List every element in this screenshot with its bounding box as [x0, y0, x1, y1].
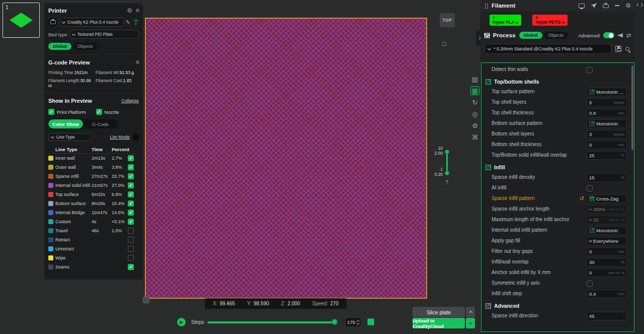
line-type-dropdown[interactable]: Line Type — [48, 133, 93, 141]
edit-printer-icon[interactable]: ✎ — [126, 19, 130, 26]
gcode-collapse-icon[interactable] — [136, 61, 139, 64]
slice-collapse-icon[interactable] — [466, 307, 475, 317]
upload-crealitycloud-button[interactable]: Upload to CrealityCloud — [413, 318, 465, 328]
swap-panels-icon[interactable] — [637, 4, 642, 334]
printer-gear-icon[interactable]: ⚙ — [127, 8, 132, 14]
bed-type-dropdown[interactable]: Textured PEI Plate — [69, 30, 139, 39]
line-visibility-checkbox[interactable] — [128, 228, 134, 234]
cube-icon[interactable] — [367, 318, 374, 325]
setting-input[interactable]: 15% — [587, 173, 627, 182]
line-visibility-checkbox[interactable] — [128, 182, 134, 188]
steps-spinner[interactable] — [357, 320, 359, 324]
line-visibility-checkbox[interactable] — [128, 191, 134, 197]
lite-mode-toggle[interactable] — [133, 134, 139, 140]
steps-slider-track[interactable] — [207, 321, 334, 323]
advanced-toggle[interactable] — [603, 32, 614, 38]
layer-slider-bottom-handle[interactable] — [445, 171, 449, 175]
setting-dropdown[interactable]: 400%mm or % — [587, 205, 627, 214]
save-preset-icon[interactable] — [615, 46, 621, 52]
collapse-link[interactable]: Collapse — [121, 98, 139, 103]
send-icon[interactable] — [591, 3, 597, 8]
setting-input[interactable]: 45° — [587, 312, 627, 320]
compare-icon[interactable]: ⇄ — [626, 33, 631, 38]
rotate-view-icon[interactable]: ↻ — [470, 98, 479, 107]
line-visibility-checkbox[interactable] — [128, 155, 134, 161]
line-visibility-checkbox[interactable] — [128, 173, 134, 179]
line-visibility-checkbox[interactable] — [128, 210, 134, 216]
steps-slider-handle[interactable] — [332, 319, 338, 325]
setting-checkbox[interactable] — [587, 185, 593, 191]
play-button[interactable]: ▶ — [177, 318, 186, 326]
layer-slider-track[interactable] — [446, 152, 448, 171]
device-icon[interactable] — [579, 4, 585, 8]
line-visibility-checkbox[interactable] — [128, 164, 134, 170]
setting-input[interactable]: 0.8mm — [587, 109, 627, 117]
wifi-icon[interactable] — [132, 20, 139, 25]
setting-input[interactable]: 0mm — [587, 247, 627, 256]
filament-2-chip[interactable]: 2 Hyper PETG — [532, 15, 568, 26]
color-show-button[interactable]: Color Show — [48, 119, 83, 128]
setting-dropdown[interactable]: 20mm or % — [587, 216, 627, 224]
setting-dropdown[interactable]: Monotonic — [587, 226, 627, 235]
reset-value-icon[interactable]: ↺ — [580, 196, 584, 202]
setting-input[interactable]: 3layers — [587, 130, 627, 139]
seam-target-icon[interactable]: ◎ — [470, 109, 479, 118]
setting-input[interactable]: 0mm — [587, 141, 627, 149]
home-view-icon[interactable]: ⌂ — [442, 38, 447, 48]
viewport-settings-icon[interactable]: ⚙ — [470, 121, 479, 130]
process-preset-value: * 0.20mm Standard @Creality K2 Plus 0.4 … — [494, 46, 593, 51]
settings-gear-icon[interactable]: ⚙ — [625, 2, 631, 9]
filament-1-chip[interactable]: 1 Hyper PLA — [490, 15, 521, 26]
tab-global[interactable]: Global — [519, 32, 542, 39]
gcode-button[interactable]: G-Code — [83, 119, 118, 128]
setting-input[interactable]: 5layers — [587, 98, 627, 107]
process-preset-dropdown[interactable]: * 0.20mm Standard @Creality K2 Plus 0.4 … — [485, 44, 611, 54]
printer-collapse-icon[interactable] — [136, 9, 139, 12]
line-visibility-checkbox[interactable] — [128, 246, 134, 252]
view-cube-top[interactable]: TOP — [440, 13, 455, 27]
setting-control: Everywhere — [587, 237, 627, 245]
preview-layers-icon[interactable]: ▦ — [470, 86, 479, 95]
setting-dropdown[interactable]: Monotonic — [587, 119, 627, 128]
lite-mode-label[interactable]: Lite Mode — [110, 135, 130, 140]
minimize-icon[interactable] — [615, 5, 619, 6]
print-icon[interactable] — [603, 5, 609, 8]
upload-dropdown-icon[interactable] — [466, 318, 475, 328]
device-list-icon[interactable]: ▤ — [470, 75, 479, 84]
setting-input[interactable]: 0mm or % — [587, 269, 627, 277]
tab-objects[interactable]: Objects — [544, 32, 569, 39]
setting-checkbox[interactable] — [587, 281, 593, 287]
pattern-thumbnail-icon — [589, 196, 595, 202]
print-platform-checkbox[interactable] — [48, 109, 54, 115]
setting-dropdown[interactable]: Everywhere — [587, 237, 627, 245]
plate-object-thumbnail[interactable]: 1 — [3, 3, 40, 38]
setting-input[interactable]: 30% — [587, 258, 627, 266]
announce-icon[interactable] — [618, 33, 623, 38]
search-settings-icon[interactable] — [625, 47, 629, 51]
slice-plate-button[interactable]: Slice plate — [413, 307, 465, 317]
shortcuts-icon[interactable]: ⌘ — [470, 132, 479, 142]
settings-scrollbar[interactable] — [631, 65, 633, 150]
printer-preset-dropdown[interactable]: Creality K2 Plus 0.4 nozzle — [59, 18, 124, 27]
drag-grip-icon[interactable] — [485, 3, 489, 9]
line-visibility-checkbox[interactable] — [128, 201, 134, 207]
setting-input[interactable]: 0.4mm — [587, 290, 627, 298]
setting-checkbox[interactable] — [587, 67, 593, 73]
line-visibility-checkbox[interactable] — [128, 264, 134, 270]
setting-dropdown[interactable]: Cross-Zag — [587, 194, 627, 203]
layer-slider-top-handle[interactable] — [445, 150, 449, 154]
line-visibility-checkbox[interactable] — [128, 255, 134, 261]
help-icon[interactable]: ? — [445, 179, 448, 185]
line-type-label: Travel — [55, 228, 92, 233]
gcode-preview-object[interactable] — [145, 18, 427, 299]
setting-input[interactable]: 25% — [587, 151, 627, 160]
line-visibility-checkbox[interactable] — [128, 237, 134, 243]
plate-handle-icon[interactable] — [143, 297, 149, 303]
tab-global-left[interactable]: Global — [48, 43, 71, 50]
line-visibility-checkbox[interactable] — [128, 219, 134, 225]
steps-value-input[interactable]: 175 — [345, 317, 361, 327]
tab-objects-left[interactable]: Objects — [73, 43, 98, 50]
setting-dropdown[interactable]: Monotonic ... — [587, 88, 627, 96]
nozzle-checkbox[interactable] — [96, 109, 102, 115]
pattern-thumbnail-icon — [589, 228, 595, 233]
